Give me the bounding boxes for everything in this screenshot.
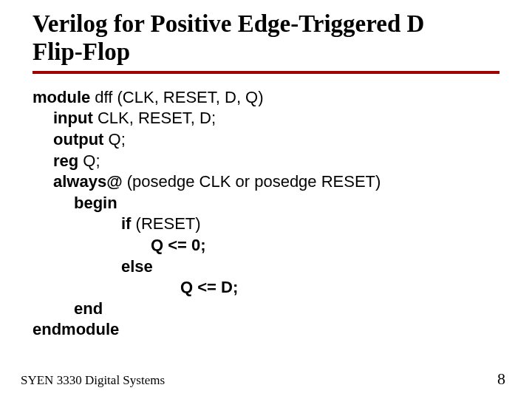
kw-if: if <box>121 214 131 233</box>
code-block: module dff (CLK, RESET, D, Q) input CLK,… <box>33 87 499 341</box>
code-line-endmodule: endmodule <box>33 319 499 341</box>
title-line-2: Flip-Flop <box>33 38 130 65</box>
module-signature: dff (CLK, RESET, D, Q) <box>90 88 263 106</box>
code-line-module: module dff (CLK, RESET, D, Q) <box>33 87 499 109</box>
footer: SYEN 3330 Digital Systems 8 <box>0 369 532 389</box>
code-line-reset-assign: Q <= 0; <box>33 235 499 256</box>
code-line-d-assign: Q <= D; <box>33 277 499 299</box>
kw-input: input <box>53 109 93 127</box>
if-signature: (RESET) <box>131 214 200 233</box>
kw-always: always@ <box>53 172 123 191</box>
title-line-1: Verilog for Positive Edge-Triggered D <box>33 10 424 37</box>
code-line-input: input CLK, RESET, D; <box>33 108 499 129</box>
kw-module: module <box>33 88 90 106</box>
stmt-reset: Q <= 0; <box>151 236 206 254</box>
code-line-reg: reg Q; <box>33 151 499 172</box>
code-line-output: output Q; <box>33 129 499 151</box>
code-line-end: end <box>33 299 499 320</box>
code-line-always: always@ (posedge CLK or posedge RESET) <box>33 171 499 193</box>
slide: Verilog for Positive Edge-Triggered D Fl… <box>0 0 532 399</box>
reg-signature: Q; <box>78 151 100 170</box>
kw-begin: begin <box>74 194 117 212</box>
stmt-d: Q <= D; <box>180 278 238 296</box>
kw-endmodule: endmodule <box>33 320 119 338</box>
input-signature: CLK, RESET, D; <box>93 109 216 127</box>
footer-page-number: 8 <box>497 369 505 389</box>
kw-end: end <box>74 299 103 318</box>
kw-else: else <box>121 257 153 276</box>
code-line-else: else <box>33 256 499 278</box>
slide-title: Verilog for Positive Edge-Triggered D Fl… <box>33 10 499 66</box>
footer-course: SYEN 3330 Digital Systems <box>21 373 165 388</box>
kw-output: output <box>53 130 103 149</box>
code-line-if: if (RESET) <box>33 214 499 235</box>
output-signature: Q; <box>103 130 125 149</box>
title-divider <box>33 71 499 74</box>
kw-reg: reg <box>53 151 78 170</box>
always-signature: (posedge CLK or posedge RESET) <box>123 172 381 191</box>
code-line-begin: begin <box>33 193 499 214</box>
